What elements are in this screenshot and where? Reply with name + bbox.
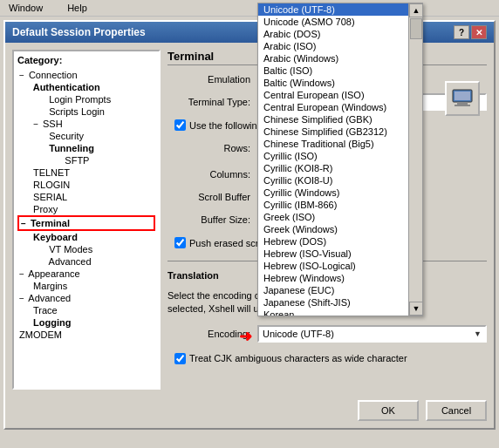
dropdown-scrollbar[interactable]: ▲ ▼: [408, 3, 422, 316]
help-button[interactable]: ?: [454, 25, 469, 39]
tree-item-margins[interactable]: Margins: [17, 280, 155, 292]
checkbox3-label: Treat CJK ambiguous characters as wide c…: [189, 353, 407, 363]
checkbox3-row: Treat CJK ambiguous characters as wide c…: [174, 353, 487, 364]
tree-item-serial[interactable]: SERIAL: [17, 191, 155, 203]
dropdown-item-arabic-win[interactable]: Arabic (Windows): [258, 52, 422, 64]
encoding-dropdown-arrow: ▼: [474, 329, 482, 338]
dropdown-item-hebrew-win[interactable]: Hebrew (Windows): [258, 272, 422, 284]
cancel-button[interactable]: Cancel: [426, 400, 487, 421]
dropdown-item-central-iso[interactable]: Central European (ISO): [258, 89, 422, 101]
ok-button[interactable]: OK: [358, 400, 419, 421]
dropdown-item-hebrew-iso-logical[interactable]: Hebrew (ISO-Logical): [258, 260, 422, 272]
checkbox3[interactable]: [174, 353, 186, 364]
dropdown-item-unicode-utf8[interactable]: Unicode (UTF-8): [258, 3, 422, 16]
svg-rect-2: [455, 105, 470, 106]
dropdown-item-central-win[interactable]: Central European (Windows): [258, 101, 422, 113]
scroll-thumb[interactable]: [410, 18, 422, 39]
dropdown-item-baltic-iso[interactable]: Baltic (ISO): [258, 64, 422, 77]
encoding-row: Encoding: Unicode (UTF-8) Unicode (ASMO …: [167, 325, 487, 343]
help-icon-area: [445, 81, 480, 116]
scroll-up-arrow[interactable]: ▲: [409, 3, 422, 17]
scroll-track: [409, 17, 422, 302]
dropdown-item-arabic-dos[interactable]: Arabic (DOS): [258, 28, 422, 40]
checkbox2[interactable]: [174, 237, 186, 248]
dropdown-item-asmo[interactable]: Unicode (ASMO 708): [258, 16, 422, 28]
checkbox1[interactable]: [174, 119, 186, 131]
tree-item-advanced2[interactable]: − Advanced: [17, 292, 155, 304]
dialog-body: Category: − Connection Authentication Lo…: [5, 43, 494, 397]
encoding-selected-value: Unicode (UTF-8): [263, 329, 334, 339]
red-arrow-indicator: ➜: [239, 327, 252, 346]
category-label: Category:: [17, 55, 155, 65]
columns-label: Columns:: [167, 169, 250, 180]
dropdown-item-cyrillic-iso[interactable]: Cyrillic (ISO): [258, 150, 422, 162]
dropdown-item-japanese-euc[interactable]: Japanese (EUC): [258, 284, 422, 296]
buffer-size-label: Buffer Size:: [167, 214, 250, 225]
dialog: Default Session Properties ? ✕ Category:…: [3, 20, 496, 430]
tree-item-login-prompts[interactable]: Login Prompts: [17, 93, 155, 105]
menu-help[interactable]: Help: [62, 2, 92, 14]
tree-item-advanced[interactable]: Advanced: [17, 255, 155, 268]
dropdown-item-hebrew-iso-visual[interactable]: Hebrew (ISO-Visual): [258, 248, 422, 260]
tree-item-authentication[interactable]: Authentication: [17, 81, 155, 93]
dialog-footer: OK Cancel: [358, 400, 487, 421]
tree-item-terminal[interactable]: − Terminal: [17, 215, 155, 231]
svg-rect-1: [457, 102, 468, 105]
close-button[interactable]: ✕: [471, 25, 487, 39]
dropdown-item-chinese-trad[interactable]: Chinese Traditional (Big5): [258, 138, 422, 150]
tree-item-telnet[interactable]: TELNET: [17, 166, 155, 179]
dropdown-item-cyrillic-win[interactable]: Cyrillic (Windows): [258, 187, 422, 199]
encoding-label: Encoding:: [167, 329, 250, 339]
tree-item-ssh[interactable]: − SSH: [17, 118, 155, 130]
menu-bar: Window Help: [0, 0, 499, 17]
encoding-dropdown[interactable]: Unicode (UTF-8) Unicode (ASMO 708) Arabi…: [257, 3, 423, 316]
dropdown-item-baltic-win[interactable]: Baltic (Windows): [258, 77, 422, 89]
scroll-down-arrow[interactable]: ▼: [409, 302, 422, 316]
tree-item-vt-modes[interactable]: VT Modes: [17, 243, 155, 255]
computer-icon: [450, 86, 475, 111]
dialog-title-text: Default Session Properties: [12, 26, 146, 38]
help-icon-box[interactable]: [445, 81, 480, 116]
menu-window[interactable]: Window: [3, 2, 48, 14]
encoding-select-wrapper: Unicode (UTF-8) Unicode (ASMO 708) Arabi…: [257, 325, 487, 343]
terminal-type-label: Terminal Type:: [167, 97, 250, 107]
tree-item-logging[interactable]: Logging: [17, 316, 155, 329]
scroll-buffer-label: Scroll Buffer: [167, 192, 250, 202]
tree-item-connection[interactable]: − Connection: [17, 69, 155, 81]
tree-item-security[interactable]: Security: [17, 130, 155, 142]
dropdown-item-japanese-shiftjis[interactable]: Japanese (Shift-JIS): [258, 296, 422, 309]
dropdown-item-chinese-gbk[interactable]: Chinese Simplified (GBK): [258, 113, 422, 126]
dropdown-item-cyrillic-ibm[interactable]: Cyrillic (IBM-866): [258, 199, 422, 211]
tree-item-login-scripts[interactable]: Scripts Login: [17, 105, 155, 118]
dropdown-item-korean[interactable]: Korean: [258, 309, 422, 316]
tree-item-rlogin[interactable]: RLOGIN: [17, 179, 155, 191]
rows-label: Rows:: [167, 143, 250, 153]
tree-item-proxy[interactable]: Proxy: [17, 203, 155, 215]
dropdown-item-cyrillic-koi8u[interactable]: Cyrillic (KOI8-U): [258, 174, 422, 187]
emulation-label: Emulation: [167, 74, 250, 85]
content-panel: Terminal Emulation Terminal Type: Use th…: [167, 50, 487, 390]
tree-item-keyboard[interactable]: Keyboard: [17, 231, 155, 243]
tree-item-appearance[interactable]: − Appearance: [17, 268, 155, 280]
dropdown-item-cyrillic-koi8r[interactable]: Cyrillic (KOI8-R): [258, 162, 422, 174]
dropdown-item-greek-iso[interactable]: Greek (ISO): [258, 211, 422, 223]
tree-item-zmodem[interactable]: ZMODEM: [17, 329, 155, 341]
svg-rect-3: [455, 92, 470, 100]
encoding-select[interactable]: Unicode (UTF-8) ▼: [257, 325, 487, 343]
tree-item-tunneling[interactable]: Tunneling: [17, 142, 155, 154]
dropdown-item-hebrew-dos[interactable]: Hebrew (DOS): [258, 235, 422, 248]
dropdown-item-arabic-iso[interactable]: Arabic (ISO): [258, 40, 422, 52]
tree-item-trace[interactable]: Trace: [17, 304, 155, 316]
dropdown-item-greek-win[interactable]: Greek (Windows): [258, 223, 422, 235]
dropdown-item-chinese-gb2312[interactable]: Chinese Simplified (GB2312): [258, 126, 422, 138]
category-panel: Category: − Connection Authentication Lo…: [12, 50, 161, 390]
tree-item-sftp[interactable]: SFTP: [17, 154, 155, 166]
